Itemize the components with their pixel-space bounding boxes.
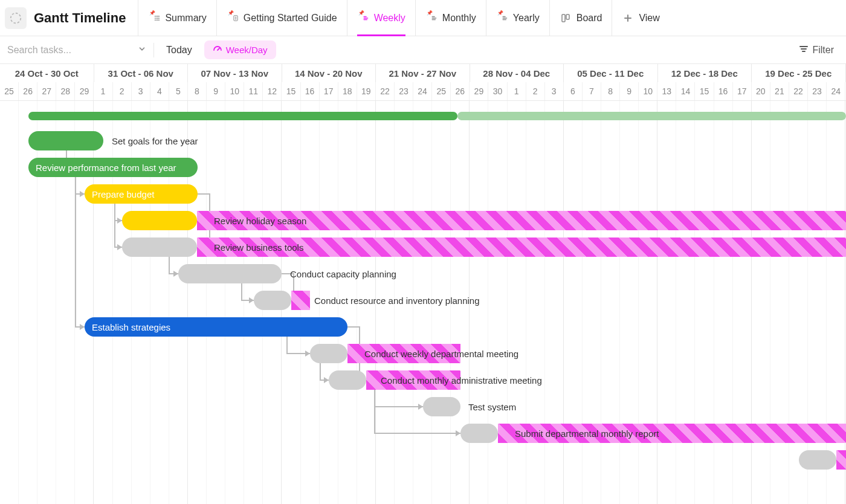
day-header-cell: 17 [733, 82, 752, 100]
doc-icon: 📌 [227, 12, 239, 24]
task-label: Prepare budget [92, 189, 154, 199]
day-header-cell: 10 [225, 82, 244, 100]
day-header-cell: 20 [752, 82, 770, 100]
filter-button[interactable]: Filter [794, 42, 839, 59]
day-header-cell: 24 [827, 82, 845, 100]
task-label: Review business tools [214, 242, 303, 253]
task-label: Test system [468, 397, 516, 416]
gantt-icon: 📌 [496, 12, 508, 24]
day-header-cell: 14 [676, 82, 695, 100]
task-bar-monthly-report-solid[interactable] [460, 424, 498, 443]
gantt-icon: 📌 [425, 12, 438, 24]
week-row: 24 Oct - 30 Oct31 Oct - 06 Nov07 Nov - 1… [0, 64, 846, 82]
task-bar-set-goals[interactable] [28, 131, 103, 150]
task-bar-review-holiday-stripe[interactable]: Review holiday season [197, 211, 846, 230]
task-bar-monthly-report-stripe[interactable]: Submit departmental monthly report [498, 424, 846, 443]
day-header-cell: 5 [169, 82, 188, 100]
day-header-cell: 6 [564, 82, 583, 100]
task-bar-unnamed-stripe[interactable] [836, 450, 846, 470]
task-bar-prepare-budget[interactable]: Prepare budget [85, 184, 198, 204]
page-title: Gantt Timeline [34, 10, 126, 26]
tab-label: Monthly [442, 13, 476, 24]
tab-weekly[interactable]: 📌 Weekly [347, 0, 415, 36]
day-header-cell: 26 [19, 82, 37, 100]
task-bar-review-performance[interactable]: Review performance from last year [28, 158, 198, 177]
filter-icon [799, 44, 809, 56]
task-bar-capacity-planning[interactable] [178, 264, 282, 283]
week-header-cell: 12 Dec - 18 Dec [658, 64, 752, 82]
toolbar: Today Week/Day Filter [0, 36, 846, 64]
day-header-cell: 16 [301, 82, 320, 100]
day-row: 2526272829123458910111215161718192223242… [0, 82, 846, 100]
gauge-icon [213, 44, 222, 56]
svg-rect-3 [566, 15, 569, 19]
week-header-cell: 05 Dec - 11 Dec [564, 64, 658, 82]
task-label: Conduct weekly departmental meeting [364, 349, 518, 359]
day-header-cell: 29 [75, 82, 94, 100]
day-header-cell: 30 [488, 82, 507, 100]
task-label: Review holiday season [214, 216, 306, 226]
day-header-cell: 8 [601, 82, 620, 100]
task-label: Conduct capacity planning [290, 264, 396, 283]
day-header-cell: 11 [244, 82, 263, 100]
task-bar-unnamed-solid[interactable] [799, 450, 836, 470]
gantt-icon: 📌 [357, 12, 369, 24]
tab-board[interactable]: Board [549, 0, 612, 36]
task-bar-monthly-meeting-solid[interactable] [329, 370, 366, 390]
week-header-cell: 21 Nov - 27 Nov [376, 64, 470, 82]
tab-label: Summary [165, 13, 206, 24]
today-button[interactable]: Today [161, 42, 197, 58]
week-header-cell: 19 Dec - 25 Dec [752, 64, 846, 82]
task-label: Set goals for the year [112, 131, 198, 150]
task-bar-establish-strategies[interactable]: Establish strategies [85, 317, 347, 337]
tab-monthly[interactable]: 📌 Monthly [415, 0, 486, 36]
chevron-down-icon[interactable] [138, 45, 146, 56]
task-label: Establish strategies [92, 322, 170, 332]
day-header-cell: 23 [395, 82, 413, 100]
task-bar-weekly-meeting-solid[interactable] [310, 344, 347, 363]
loading-icon [5, 7, 27, 29]
task-bar-resource-planning-stripe[interactable] [291, 291, 310, 310]
gantt-bars: Set goals for the year Review performanc… [0, 101, 846, 504]
day-header-cell: 2 [113, 82, 132, 100]
group-remaining-bar[interactable] [457, 112, 846, 120]
week-header-cell: 31 Oct - 06 Nov [94, 64, 189, 82]
tab-label: View [639, 13, 659, 24]
day-header-cell: 1 [94, 82, 112, 100]
task-bar-review-holiday-solid[interactable] [122, 211, 197, 230]
tab-guide[interactable]: 📌 Getting Started Guide [216, 0, 347, 36]
day-header-cell: 7 [583, 82, 601, 100]
day-header-cell: 27 [37, 82, 56, 100]
svg-rect-2 [562, 15, 565, 22]
tab-yearly[interactable]: 📌 Yearly [486, 0, 549, 36]
timeline-header: 24 Oct - 30 Oct31 Oct - 06 Nov07 Nov - 1… [0, 64, 846, 101]
day-header-cell: 10 [639, 82, 657, 100]
granularity-button[interactable]: Week/Day [204, 40, 276, 59]
app-header: Gantt Timeline 📌 Summary 📌 Getting Start… [0, 0, 846, 36]
task-bar-resource-planning-solid[interactable] [254, 291, 291, 310]
task-bar-weekly-meeting-stripe[interactable]: Conduct weekly departmental meeting [347, 344, 460, 363]
tab-add-view[interactable]: View [612, 0, 669, 36]
search-input[interactable] [7, 42, 138, 58]
task-label: Conduct resource and inventory planning [314, 291, 480, 310]
day-header-cell: 9 [207, 82, 225, 100]
task-bar-review-tools-solid[interactable] [122, 237, 197, 257]
gantt-body[interactable]: Set goals for the year Review performanc… [0, 101, 846, 504]
day-header-cell: 18 [338, 82, 357, 100]
task-label: Submit departmental monthly report [515, 428, 659, 439]
day-header-cell: 8 [188, 82, 207, 100]
task-bar-test-system[interactable] [423, 397, 460, 416]
day-header-cell: 15 [695, 82, 714, 100]
group-progress-bar[interactable] [28, 112, 457, 120]
tabs: 📌 Summary 📌 Getting Started Guide 📌 Week… [138, 0, 669, 36]
day-header-cell: 28 [56, 82, 75, 100]
tab-summary[interactable]: 📌 Summary [138, 0, 216, 36]
task-bar-review-tools-stripe[interactable]: Review business tools [197, 237, 846, 257]
day-header-cell: 4 [150, 82, 169, 100]
day-header-cell: 3 [545, 82, 564, 100]
day-header-cell: 23 [808, 82, 827, 100]
day-header-cell: 26 [451, 82, 470, 100]
day-header-cell: 16 [714, 82, 733, 100]
day-header-cell: 25 [432, 82, 451, 100]
filter-label: Filter [812, 45, 834, 56]
